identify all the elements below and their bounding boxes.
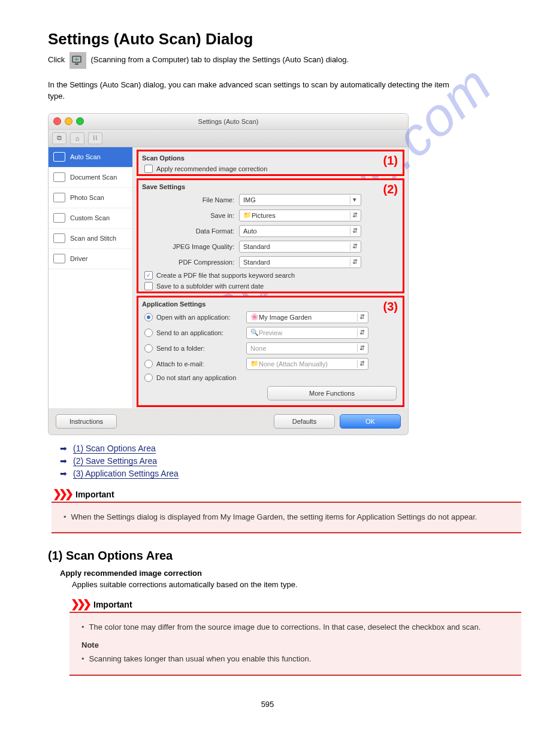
chevron-updown-icon[interactable]: ⇵	[357, 313, 366, 321]
file-name-field[interactable]: IMG▾	[239, 194, 361, 206]
important-label: Important	[75, 490, 114, 499]
zoom-icon[interactable]	[76, 117, 84, 125]
sidebar-item-label: Auto Scan	[70, 153, 101, 160]
scan-options-box: (1) Scan Options Apply recommended image…	[137, 150, 404, 176]
chevron-updown-icon[interactable]: ⇵	[357, 360, 366, 368]
send-to-app-label: Send to an application:	[153, 329, 246, 336]
chevron-updown-icon[interactable]: ⇵	[357, 344, 366, 353]
scan-from-computer-icon	[69, 52, 86, 69]
arrow-icon: ➡	[60, 444, 67, 453]
arrow-icon: ➡	[60, 469, 67, 478]
chevron-bullets-icon: ❯❯❯ Important	[53, 487, 535, 500]
sidebar-item-label: Document Scan	[70, 174, 117, 181]
page-title: Settings (Auto Scan) Dialog	[48, 30, 535, 48]
chevron-updown-icon[interactable]: ⇵	[350, 242, 359, 251]
jpeg-quality-value: Standard	[243, 243, 270, 250]
more-functions-button[interactable]: More Functions	[267, 386, 397, 400]
chevron-updown-icon[interactable]: ⇵	[350, 258, 359, 266]
link-application-settings-area[interactable]: (3) Application Settings Area	[73, 469, 179, 479]
dialog-toolbar: ⧉ ⌂ ⁞⁞	[49, 130, 408, 147]
important-label-2: Important	[93, 600, 132, 609]
defaults-button[interactable]: Defaults	[274, 414, 335, 429]
keyword-search-checkbox[interactable]: ✓	[144, 271, 153, 280]
important2-text-2: Scanning takes longer than usual when yo…	[89, 653, 312, 665]
sidebar-item-auto-scan[interactable]: Auto Scan	[49, 147, 132, 168]
send-to-folder-field[interactable]: None⇵	[246, 342, 368, 354]
apply-correction-desc: Applies suitable corrections automatical…	[72, 580, 535, 589]
apply-correction-checkbox[interactable]	[144, 165, 153, 173]
dialog-title: Settings (Auto Scan)	[198, 118, 259, 125]
sidebar-item-label: Driver	[70, 255, 87, 262]
instructions-button[interactable]: Instructions	[56, 414, 117, 429]
apply-correction-label: Apply recommended image correction	[156, 165, 267, 172]
sidebar-item-custom-scan[interactable]: Custom Scan	[49, 208, 132, 229]
minimize-icon[interactable]	[65, 117, 72, 125]
chevron-bullets-icon: ❯❯❯ Important	[71, 597, 535, 611]
chevron-updown-icon[interactable]: ⇵	[350, 211, 359, 220]
open-with-app-field[interactable]: 🌸 My Image Garden⇵	[246, 311, 368, 323]
link-scan-options-area[interactable]: (1) Scan Options Area	[73, 444, 156, 454]
dialog-main: (1) Scan Options Apply recommended image…	[133, 147, 408, 408]
chevron-updown-icon[interactable]: ⇵	[350, 227, 359, 235]
attach-email-label: Attach to e-mail:	[153, 360, 246, 368]
pdf-compression-field[interactable]: Standard⇵	[239, 256, 361, 268]
chevron-down-icon[interactable]: ▾	[350, 196, 359, 204]
no-app-radio[interactable]	[144, 374, 153, 382]
send-to-folder-value: None	[250, 345, 266, 352]
scan-options-area-heading: (1) Scan Options Area	[48, 549, 535, 563]
save-settings-heading: Save Settings	[138, 180, 403, 192]
note-label: Note	[81, 639, 512, 651]
send-to-folder-radio[interactable]	[144, 344, 153, 353]
data-format-field[interactable]: Auto⇵	[239, 225, 361, 237]
attach-email-field[interactable]: 📁 None (Attach Manually)⇵	[246, 358, 368, 370]
ok-button[interactable]: OK	[340, 414, 401, 429]
badge-2: (2)	[383, 183, 398, 196]
sidebar-item-driver[interactable]: Driver	[49, 249, 132, 269]
subfolder-date-label: Save to a subfolder with current date	[156, 283, 264, 290]
sidebar-item-document-scan[interactable]: Document Scan	[49, 168, 132, 188]
file-name-label: File Name:	[144, 196, 239, 204]
tab-scan-from-panel-icon[interactable]: ⌂	[70, 132, 84, 144]
send-to-app-radio[interactable]	[144, 329, 153, 337]
application-settings-box: (3) Application Settings Open with an ap…	[137, 296, 404, 407]
dialog-footer: Instructions Defaults OK	[49, 408, 408, 435]
driver-icon	[53, 254, 65, 263]
important2-text-1: The color tone may differ from the sourc…	[89, 621, 481, 633]
save-in-value: Pictures	[252, 212, 276, 219]
page-number: 595	[0, 700, 535, 709]
sidebar-item-label: Photo Scan	[70, 194, 104, 201]
close-icon[interactable]	[53, 117, 61, 125]
sidebar-item-scan-and-stitch[interactable]: Scan and Stitch	[49, 229, 132, 249]
data-format-label: Data Format:	[144, 227, 239, 235]
jpeg-quality-field[interactable]: Standard⇵	[239, 241, 361, 253]
photo-scan-icon	[53, 193, 65, 202]
apply-correction-subhead: Apply recommended image correction	[60, 569, 535, 578]
intro-after: (Scanning from a Computer) tab to displa…	[90, 55, 349, 64]
tab-general-settings-icon[interactable]: ⁞⁞	[88, 132, 102, 144]
attach-email-radio[interactable]	[144, 360, 153, 368]
send-to-folder-label: Send to a folder:	[153, 345, 246, 352]
pdf-compression-value: Standard	[243, 259, 270, 266]
send-to-app-field[interactable]: 🔍 Preview⇵	[246, 327, 368, 339]
document-scan-icon	[53, 172, 65, 182]
open-with-app-label: Open with an application:	[153, 314, 246, 321]
badge-1: (1)	[383, 154, 398, 168]
link-save-settings-area[interactable]: (2) Save Settings Area	[73, 456, 157, 466]
auto-scan-icon	[53, 152, 65, 162]
settings-dialog: Settings (Auto Scan) ⧉ ⌂ ⁞⁞ Auto Scan Do…	[48, 113, 409, 435]
keyword-search-label: Create a PDF file that supports keyword …	[156, 272, 295, 279]
send-to-app-value: Preview	[259, 329, 282, 336]
subfolder-date-checkbox[interactable]	[144, 282, 153, 290]
save-in-field[interactable]: 📁 Pictures⇵	[239, 210, 361, 221]
chevron-updown-icon[interactable]: ⇵	[357, 329, 366, 337]
sidebar-item-label: Scan and Stitch	[70, 235, 116, 242]
area-links-list: ➡(1) Scan Options Area ➡(2) Save Setting…	[60, 444, 535, 479]
sidebar: Auto Scan Document Scan Photo Scan Custo…	[49, 147, 133, 408]
open-with-app-radio[interactable]	[144, 313, 153, 321]
no-app-label: Do not start any application	[153, 374, 236, 381]
important-note-box: The color tone may differ from the sourc…	[69, 612, 521, 676]
application-settings-heading: Application Settings	[138, 297, 403, 309]
sidebar-item-photo-scan[interactable]: Photo Scan	[49, 188, 132, 208]
scan-options-heading: Scan Options	[138, 151, 403, 163]
tab-scan-from-computer-icon[interactable]: ⧉	[52, 132, 67, 144]
